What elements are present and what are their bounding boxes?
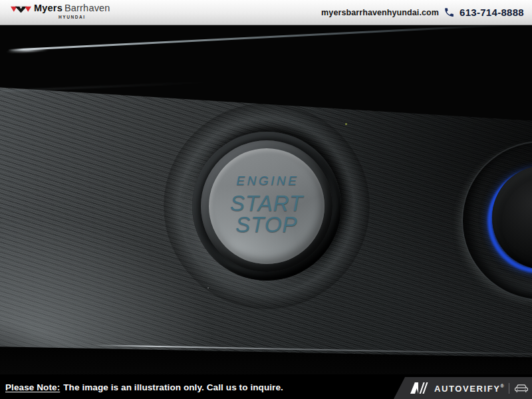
vent-slat-highlight-faint <box>0 82 206 92</box>
dealer-brand: HYUNDAI <box>59 15 86 20</box>
autoverify-av-icon <box>410 382 430 394</box>
dealer-logo[interactable]: MyersBarrhaven HYUNDAI <box>11 3 110 19</box>
autoverify-badge: AUTOVERIFY® <box>394 377 532 399</box>
start-label: START <box>230 193 303 213</box>
myers-m-mark-icon <box>11 5 31 15</box>
vent-slat-highlight <box>8 25 526 51</box>
footer-bar: Please Note:The image is an illustration… <box>0 374 532 399</box>
disclaimer-note: Please Note:The image is an illustration… <box>5 382 283 392</box>
dealer-name: MyersBarrhaven <box>34 3 110 13</box>
header-contact: myersbarrhavenhyundai.com 613-714-8888 <box>321 0 524 25</box>
registered-mark: ® <box>501 384 504 388</box>
engine-start-stop-button: ENGINE START STOP <box>209 148 325 264</box>
dust-speck <box>345 123 347 125</box>
note-text: The image is an illustration only. Call … <box>63 382 283 392</box>
phone-number[interactable]: 613-714-8888 <box>460 7 524 18</box>
stop-label: STOP <box>235 213 297 236</box>
dealer-photo-frame: MyersBarrhaven HYUNDAI myersbarrhavenhyu… <box>0 0 532 399</box>
vehicle-photo: ENGINE START STOP <box>0 25 532 374</box>
dealer-name-block: MyersBarrhaven HYUNDAI <box>34 3 110 19</box>
dealer-name-bold: Myers <box>34 3 63 13</box>
car-icon <box>514 384 529 393</box>
dealer-name-rest: Barrhaven <box>65 3 110 13</box>
autoverify-wordmark-wrap: AUTOVERIFY® <box>434 382 504 394</box>
badge-divider <box>509 383 509 394</box>
header-bar: MyersBarrhaven HYUNDAI myersbarrhavenhyu… <box>0 0 532 25</box>
engine-label: ENGINE <box>237 172 299 190</box>
website-link[interactable]: myersbarrhavenhyundai.com <box>321 8 439 17</box>
note-label: Please Note: <box>5 382 60 392</box>
phone-icon <box>444 7 455 18</box>
dust-speck <box>207 287 209 289</box>
autoverify-wordmark: AUTOVERIFY <box>434 384 501 394</box>
